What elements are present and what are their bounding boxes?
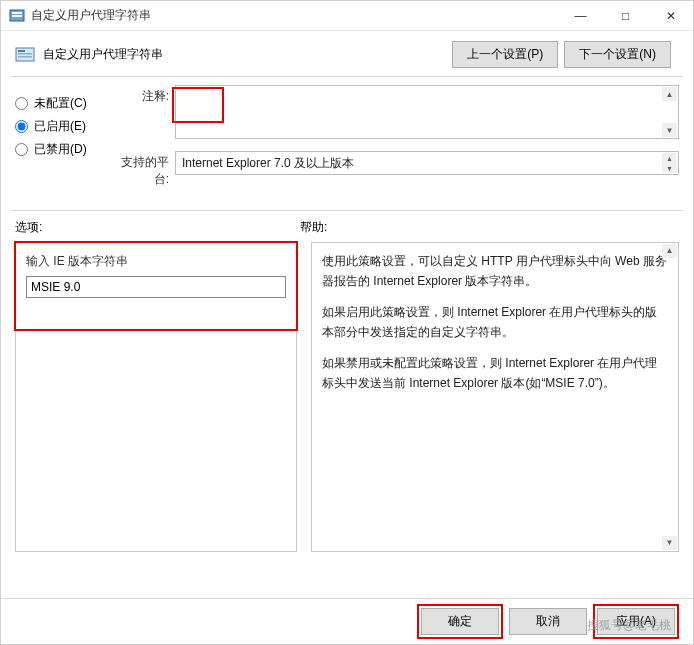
divider xyxy=(11,210,683,211)
help-paragraph: 如果启用此策略设置，则 Internet Explorer 在用户代理标头的版本… xyxy=(322,302,668,343)
cancel-button[interactable]: 取消 xyxy=(509,608,587,635)
scroll-up-icon[interactable]: ▲ xyxy=(662,87,677,101)
scroll-up-icon[interactable]: ▲ xyxy=(662,244,677,258)
radio-enabled[interactable]: 已启用(E) xyxy=(15,118,115,135)
apply-button[interactable]: 应用(A) xyxy=(597,608,675,635)
scroll-down-icon[interactable]: ▼ xyxy=(662,536,677,550)
help-paragraph: 如果禁用或未配置此策略设置，则 Internet Explorer 在用户代理标… xyxy=(322,353,668,394)
svg-rect-1 xyxy=(12,12,22,14)
app-icon xyxy=(9,8,25,24)
platform-label: 支持的平台: xyxy=(115,151,175,188)
window-title: 自定义用户代理字符串 xyxy=(31,7,151,24)
comment-label: 注释: xyxy=(115,85,175,105)
policy-title: 自定义用户代理字符串 xyxy=(43,46,163,63)
title-bar: 自定义用户代理字符串 — □ ✕ xyxy=(1,1,693,31)
radio-disabled[interactable]: 已禁用(D) xyxy=(15,141,115,158)
options-panel: 输入 IE 版本字符串 xyxy=(15,242,297,552)
comment-textarea[interactable]: ▲ ▼ xyxy=(175,85,679,139)
scroll-up-icon: ▲ xyxy=(662,153,677,163)
next-setting-button[interactable]: 下一个设置(N) xyxy=(564,41,671,68)
svg-rect-4 xyxy=(18,50,25,52)
platform-display: Internet Explorer 7.0 及以上版本 ▲ ▼ xyxy=(175,151,679,175)
radio-disabled-label: 已禁用(D) xyxy=(34,141,87,158)
svg-rect-2 xyxy=(12,15,22,17)
ie-version-input[interactable] xyxy=(26,276,286,298)
prev-setting-button[interactable]: 上一个设置(P) xyxy=(452,41,558,68)
footer: 确定 取消 应用(A) xyxy=(1,598,693,644)
window-controls: — □ ✕ xyxy=(558,1,693,30)
radio-enabled-label: 已启用(E) xyxy=(34,118,86,135)
radio-not-configured-label: 未配置(C) xyxy=(34,95,87,112)
close-button[interactable]: ✕ xyxy=(648,1,693,30)
svg-rect-5 xyxy=(18,53,32,55)
scroll-down-icon[interactable]: ▼ xyxy=(662,123,677,137)
platform-value: Internet Explorer 7.0 及以上版本 xyxy=(182,156,354,170)
help-paragraph: 使用此策略设置，可以自定义 HTTP 用户代理标头中向 Web 服务器报告的 I… xyxy=(322,251,668,292)
policy-icon xyxy=(15,45,35,65)
help-panel: 使用此策略设置，可以自定义 HTTP 用户代理标头中向 Web 服务器报告的 I… xyxy=(311,242,679,552)
minimize-button[interactable]: — xyxy=(558,1,603,30)
header: 自定义用户代理字符串 上一个设置(P) 下一个设置(N) xyxy=(1,31,693,76)
ie-version-input-label: 输入 IE 版本字符串 xyxy=(16,243,296,276)
maximize-button[interactable]: □ xyxy=(603,1,648,30)
ok-button[interactable]: 确定 xyxy=(421,608,499,635)
help-section-label: 帮助: xyxy=(300,219,679,236)
svg-rect-6 xyxy=(18,56,32,58)
radio-not-configured[interactable]: 未配置(C) xyxy=(15,95,115,112)
config-area: 未配置(C) 已启用(E) 已禁用(D) 注释: ▲ ▼ 支持的平台: Inte… xyxy=(1,77,693,210)
options-section-label: 选项: xyxy=(15,219,300,236)
scroll-down-icon: ▼ xyxy=(662,163,677,173)
